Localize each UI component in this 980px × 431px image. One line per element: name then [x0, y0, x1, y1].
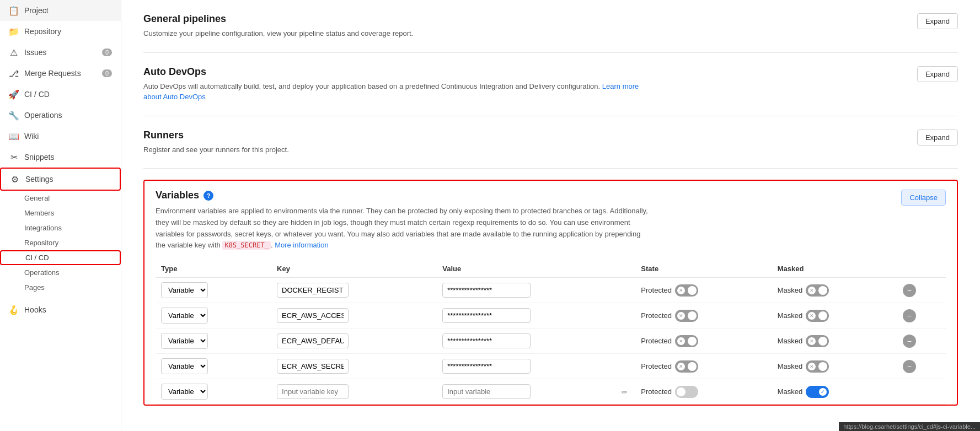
runners-desc: Register and see your runners for this p…: [143, 144, 289, 155]
type-select-1[interactable]: Variable: [161, 282, 208, 298]
sidebar-sub-members[interactable]: Members: [0, 206, 121, 220]
masked-toggle-3[interactable]: ✕: [806, 335, 829, 347]
col-actions: [897, 260, 946, 278]
sidebar-item-label: Operations: [24, 111, 62, 120]
sidebar: 📋 Project 📁 Repository ⚠ Issues 0 ⎇ Merg…: [0, 0, 121, 431]
masked-toggle-knob-2: [818, 311, 827, 320]
type-select-new[interactable]: Variable: [161, 384, 208, 400]
auto-devops-header: Auto DevOps Auto DevOps will automatical…: [143, 66, 958, 103]
masked-toggle-new[interactable]: ✓: [806, 386, 829, 398]
masked-toggle-1[interactable]: ✕: [806, 284, 829, 297]
sidebar-item-wiki[interactable]: 📖 Wiki: [0, 126, 121, 147]
sidebar-sub-ci-cd[interactable]: CI / CD: [0, 250, 121, 265]
delete-button-3[interactable]: −: [903, 335, 916, 348]
sidebar-item-issues[interactable]: ⚠ Issues 0: [0, 42, 121, 63]
masked-toggle-group-4: Masked ✕: [778, 360, 892, 373]
runners-expand-button[interactable]: Expand: [917, 130, 958, 146]
sidebar-sub-pages[interactable]: Pages: [0, 280, 121, 295]
runners-info: Runners Register and see your runners fo…: [143, 130, 289, 155]
table-row: Variable Protected ✕: [156, 328, 946, 354]
type-select-3[interactable]: Variable: [161, 333, 208, 349]
state-toggle-group-4: Protected ✕: [641, 360, 766, 373]
value-input-wrapper-new: ✏: [442, 384, 630, 399]
state-label-3: Protected: [641, 337, 672, 345]
sidebar-item-merge-requests[interactable]: ⎇ Merge Requests 0: [0, 63, 121, 84]
col-key: Key: [271, 260, 437, 278]
key-input-1[interactable]: [277, 283, 349, 298]
state-toggle-knob-4: [688, 362, 697, 371]
state-label-new: Protected: [641, 387, 672, 396]
sidebar-sub-integrations[interactable]: Integrations: [0, 220, 121, 235]
state-toggle-knob-3: [688, 337, 697, 346]
sidebar-item-project[interactable]: 📋 Project: [0, 0, 121, 21]
key-input-3[interactable]: [277, 333, 349, 348]
state-toggle-new[interactable]: [675, 386, 698, 398]
delete-button-1[interactable]: −: [903, 284, 916, 297]
key-input-4[interactable]: [277, 359, 349, 374]
variables-collapse-button[interactable]: Collapse: [901, 190, 946, 206]
sidebar-item-label: Hooks: [24, 305, 46, 314]
general-pipelines-section: General pipelines Customize your pipelin…: [143, 0, 958, 53]
col-masked: Masked: [772, 260, 897, 278]
state-toggle-1[interactable]: ✕: [675, 284, 698, 297]
variables-code-highlight: K8S_SECRET_: [222, 241, 270, 250]
sidebar-item-operations[interactable]: 🔧 Operations: [0, 105, 121, 126]
general-pipelines-header: General pipelines Customize your pipelin…: [143, 13, 958, 39]
key-input-wrapper-new: [277, 384, 431, 399]
sidebar-sub-operations[interactable]: Operations: [0, 265, 121, 280]
variables-header: Variables ? Environment variables are ap…: [156, 190, 946, 251]
state-label-2: Protected: [641, 311, 672, 320]
sidebar-sub-repository[interactable]: Repository: [0, 235, 121, 250]
delete-button-4[interactable]: −: [903, 360, 916, 373]
variables-description: Environment variables are applied to env…: [156, 206, 652, 251]
variables-highlight-box: Variables ? Environment variables are ap…: [143, 180, 958, 406]
masked-label-new: Masked: [778, 387, 803, 396]
state-toggle-x-3: ✕: [677, 337, 685, 345]
masked-toggle-x-3: ✕: [808, 337, 816, 345]
state-toggle-group-1: Protected ✕: [641, 284, 766, 297]
col-value: Value: [437, 260, 635, 278]
type-select-2[interactable]: Variable: [161, 308, 208, 324]
value-input-3[interactable]: [442, 333, 531, 348]
auto-devops-desc: Auto DevOps will automatically build, te…: [143, 81, 640, 103]
sidebar-item-settings[interactable]: ⚙ Settings: [0, 168, 121, 191]
masked-label-4: Masked: [778, 362, 803, 370]
table-row: Variable Protected ✕: [156, 303, 946, 328]
delete-button-2[interactable]: −: [903, 309, 916, 322]
wiki-icon: 📖: [9, 131, 19, 141]
variables-help-icon[interactable]: ?: [204, 191, 213, 201]
value-input-1[interactable]: [442, 283, 531, 298]
key-input-2[interactable]: [277, 308, 349, 323]
key-input-new[interactable]: [277, 384, 349, 399]
masked-toggle-4[interactable]: ✕: [806, 360, 829, 373]
masked-toggle-2[interactable]: ✕: [806, 310, 829, 322]
snippets-icon: ✂: [9, 152, 19, 162]
general-pipelines-expand-button[interactable]: Expand: [917, 13, 958, 29]
state-toggle-4[interactable]: ✕: [675, 360, 698, 373]
value-input-new[interactable]: [442, 384, 531, 399]
type-select-4[interactable]: Variable: [161, 358, 208, 374]
state-toggle-2[interactable]: ✕: [675, 310, 698, 322]
variables-more-info-link[interactable]: More information: [275, 241, 329, 249]
sidebar-item-label: CI / CD: [24, 90, 50, 99]
masked-label-3: Masked: [778, 337, 803, 345]
state-label-4: Protected: [641, 362, 672, 370]
state-toggle-group-3: Protected ✕: [641, 335, 766, 347]
masked-label-1: Masked: [778, 286, 803, 294]
sidebar-item-ci-cd[interactable]: 🚀 CI / CD: [0, 84, 121, 105]
value-input-2[interactable]: [442, 308, 531, 323]
general-pipelines-desc: Customize your pipeline configuration, v…: [143, 28, 413, 39]
value-input-4[interactable]: [442, 359, 531, 374]
masked-label-2: Masked: [778, 311, 803, 320]
sidebar-item-repository[interactable]: 📁 Repository: [0, 21, 121, 42]
project-icon: 📋: [9, 6, 19, 15]
runners-section: Runners Register and see your runners fo…: [143, 116, 958, 169]
auto-devops-expand-button[interactable]: Expand: [917, 66, 958, 82]
sidebar-sub-general[interactable]: General: [0, 191, 121, 206]
state-toggle-3[interactable]: ✕: [675, 335, 698, 347]
sidebar-item-snippets[interactable]: ✂ Snippets: [0, 147, 121, 168]
col-state: State: [635, 260, 772, 278]
issues-badge: 0: [102, 49, 112, 56]
operations-icon: 🔧: [9, 110, 19, 120]
sidebar-item-hooks[interactable]: 🪝 Hooks: [0, 299, 121, 320]
